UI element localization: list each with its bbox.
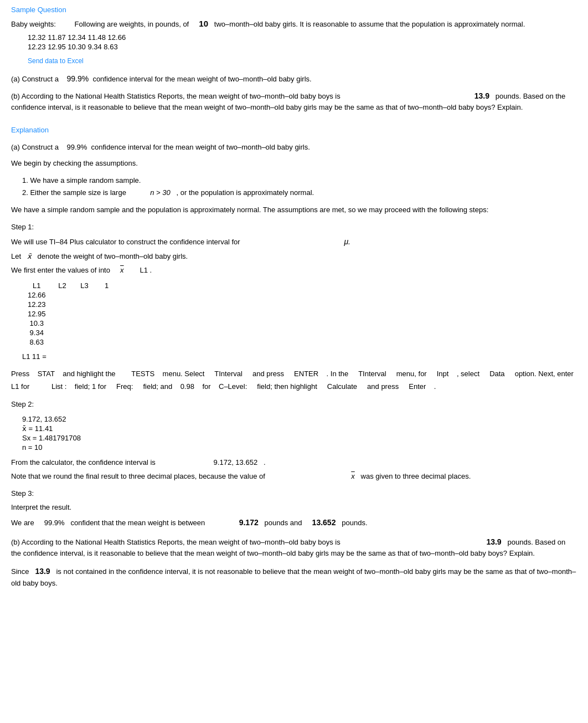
step2-label: Step 2: bbox=[11, 400, 34, 408]
since-text1: Since bbox=[11, 567, 29, 576]
step3-we-are: We are bbox=[11, 519, 34, 527]
step3-lower: 9.172 bbox=[239, 518, 259, 527]
col-l3: L3 bbox=[74, 281, 96, 290]
from-calc-xbar: x bbox=[351, 472, 355, 480]
step1-mu: μ. bbox=[344, 237, 350, 246]
proceed-text: We have a simple random sample and the p… bbox=[11, 204, 577, 216]
step3-percent: 99.9% bbox=[44, 519, 65, 527]
col-1: 1 bbox=[96, 281, 118, 290]
step3-confident: confident that the mean weight is betwee… bbox=[70, 519, 205, 527]
step1-let: Let bbox=[11, 252, 21, 260]
step1-xsym2: x bbox=[120, 266, 124, 274]
partb-q-value: 13.9 bbox=[474, 91, 489, 100]
since-value: 13.9 bbox=[35, 567, 50, 576]
following-text: Following are weights, in pounds, of bbox=[75, 20, 189, 28]
partb-exp-text1: (b) According to the National Health Sta… bbox=[11, 538, 341, 546]
step2-results: 9.172, 13.652 x̄ = 11.41 Sx = 1.48179170… bbox=[22, 415, 577, 452]
parta-q-percent: 99.9% bbox=[66, 74, 89, 83]
send-data-link[interactable]: Send data to Excel bbox=[28, 57, 84, 65]
assumptions-intro: We begin by checking the assumptions. bbox=[11, 158, 577, 170]
step2-n: n = 10 bbox=[22, 443, 43, 452]
from-calc-period: . bbox=[264, 458, 266, 466]
explanation-link[interactable]: Explanation bbox=[11, 126, 49, 134]
from-calc-interval: 9.172, 13.652 bbox=[214, 458, 258, 466]
calc-table-container: L1 L2 L3 1 12.66 12.23 12.95 10.3 9.34 8… bbox=[22, 281, 577, 363]
exp-parta-text1: (a) Construct a bbox=[11, 143, 59, 151]
step3-upper-suffix: pounds. bbox=[342, 519, 367, 527]
exp-parta-text2: confidence interval for the mean weight … bbox=[91, 143, 310, 151]
val-12-66: 12.66 bbox=[22, 290, 51, 300]
step1-period: . bbox=[150, 266, 152, 274]
count-suffix: two–month–old baby girls. It is reasonab… bbox=[214, 20, 525, 28]
step1-enter: We first enter the values of into bbox=[11, 266, 110, 274]
step1-x-sym: x̄ bbox=[27, 252, 32, 260]
step1-label: Step 1: bbox=[11, 223, 34, 231]
since-text2: is not contained in the confidence inter… bbox=[11, 567, 576, 587]
step3-pounds: pounds and bbox=[265, 519, 302, 527]
step3-interpret: Interpret the result. bbox=[11, 502, 577, 514]
step2-xbar: x̄ = 11.41 bbox=[22, 424, 53, 433]
step1-denote: denote the weight of two–month–old baby … bbox=[37, 252, 188, 260]
val-9-34: 9.34 bbox=[22, 328, 51, 337]
exp-parta-percent: 99.9% bbox=[66, 143, 87, 151]
data-row-1: 12.32 11.87 12.34 11.48 12.66 bbox=[11, 33, 577, 42]
val-8-63: 8.63 bbox=[22, 337, 51, 347]
step1-l1: L1 bbox=[140, 266, 147, 274]
assumption-2: 2. Either the sample size is large n > 3… bbox=[11, 187, 577, 199]
step2-sx: Sx = 1.481791708 bbox=[22, 434, 81, 442]
step3-label: Step 3: bbox=[11, 489, 34, 498]
col-l2: L2 bbox=[51, 281, 74, 290]
sample-question-link[interactable]: Sample Question bbox=[11, 6, 66, 14]
col-l1: L1 bbox=[22, 281, 51, 290]
step3-upper: 13.652 bbox=[312, 518, 336, 527]
baby-weights-label: Baby weights: bbox=[11, 20, 56, 28]
val-12-23: 12.23 bbox=[22, 300, 51, 309]
from-calc-note: Note that we round the final result to t… bbox=[11, 472, 265, 480]
calc-footer: L1 11 = bbox=[22, 351, 577, 363]
data-row-2: 12.23 12.95 10.30 9.34 8.63 bbox=[11, 43, 577, 51]
step2-interval: 9.172, 13.652 bbox=[22, 415, 66, 423]
partb-q-text1: (b) According to the National Health Sta… bbox=[11, 92, 341, 100]
val-10-3: 10.3 bbox=[22, 319, 51, 328]
from-calc-note-suffix: was given to three decimal places. bbox=[361, 472, 471, 480]
parta-q-text1: (a) Construct a bbox=[11, 75, 59, 83]
parta-q-text2: confidence interval for the mean weight … bbox=[92, 75, 311, 83]
partb-exp-value: 13.9 bbox=[486, 537, 501, 546]
from-calc-text1: From the calculator, the confidence inte… bbox=[11, 458, 156, 466]
val-12-95: 12.95 bbox=[22, 309, 51, 319]
step1-press: Press STAT and highlight the TESTS menu.… bbox=[11, 367, 577, 393]
count-value: 10 bbox=[199, 19, 208, 28]
assumption-1: 1. We have a simple random sample. bbox=[11, 175, 577, 187]
step1-text1: We will use TI–84 Plus calculator to con… bbox=[11, 238, 240, 246]
